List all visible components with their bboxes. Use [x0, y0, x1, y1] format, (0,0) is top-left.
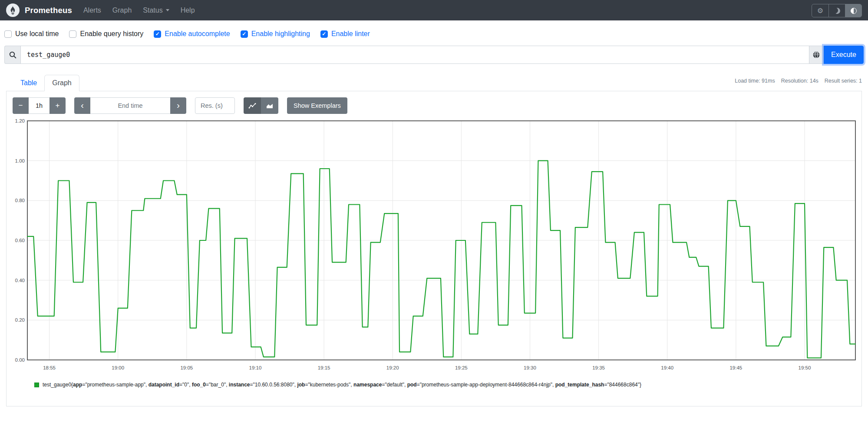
option-label: Enable linter — [331, 30, 370, 38]
search-icon — [4, 46, 20, 64]
theme-toggle-group: ⚙ — [812, 4, 862, 17]
svg-text:19:20: 19:20 — [386, 365, 399, 370]
svg-text:1.00: 1.00 — [15, 158, 25, 163]
series-label-text: test_gauge0{app="prometheus-sample-app",… — [43, 382, 641, 388]
time-series-chart[interactable]: 0.000.200.400.600.801.001.2018:5519:0019… — [13, 118, 862, 377]
checkbox-checked-icon[interactable]: ✓ — [320, 30, 328, 38]
time-forward-button[interactable]: › — [170, 97, 186, 114]
app-title: Prometheus — [25, 6, 72, 15]
svg-text:1.20: 1.20 — [15, 118, 25, 123]
range-decrease-button[interactable]: − — [13, 97, 29, 114]
chevron-down-icon — [166, 9, 169, 11]
endtime-control-group: ‹ › — [74, 97, 186, 114]
option-label: Enable highlighting — [251, 30, 310, 38]
graph-controls: − + ‹ › Show Exemplars — [13, 97, 855, 114]
settings-gear-icon[interactable]: ⚙ — [812, 4, 828, 17]
chart-type-toggle — [244, 97, 278, 114]
execute-button[interactable]: Execute — [824, 46, 864, 64]
metrics-explorer-globe-icon[interactable] — [809, 46, 824, 64]
range-control-group: − + — [13, 97, 66, 114]
checkbox-unchecked-icon[interactable] — [4, 30, 12, 38]
nav-item-alerts[interactable]: Alerts — [83, 7, 101, 14]
svg-text:0.60: 0.60 — [15, 238, 25, 243]
series-legend[interactable]: test_gauge0{app="prometheus-sample-app",… — [13, 382, 855, 388]
query-options-row: Use local timeEnable query history✓Enabl… — [0, 20, 868, 40]
svg-text:18:55: 18:55 — [43, 365, 56, 370]
svg-text:19:35: 19:35 — [592, 365, 605, 370]
dark-theme-moon-icon[interactable] — [828, 4, 845, 17]
query-expression-input[interactable] — [20, 46, 809, 64]
line-chart-icon[interactable] — [244, 97, 261, 114]
nav-item-status[interactable]: Status — [143, 7, 169, 14]
option-label: Enable autocomplete — [165, 30, 230, 38]
show-exemplars-button[interactable]: Show Exemplars — [287, 97, 347, 114]
svg-text:19:15: 19:15 — [318, 365, 330, 370]
navbar-menu: AlertsGraphStatusHelp — [83, 7, 195, 14]
svg-text:0.00: 0.00 — [15, 357, 25, 363]
option-enable-autocomplete[interactable]: ✓Enable autocomplete — [154, 30, 230, 38]
graph-panel: − + ‹ › Show Exemplars — [6, 91, 862, 406]
option-enable-query-history[interactable]: Enable query history — [69, 30, 143, 38]
option-enable-highlighting[interactable]: ✓Enable highlighting — [241, 30, 310, 38]
checkbox-checked-icon[interactable]: ✓ — [241, 30, 248, 38]
stat-load-time: Load time: 91ms — [735, 78, 775, 84]
top-navbar: Prometheus AlertsGraphStatusHelp ⚙ — [0, 0, 868, 20]
resolution-input[interactable] — [195, 97, 235, 114]
option-enable-linter[interactable]: ✓Enable linter — [320, 30, 370, 38]
svg-text:19:10: 19:10 — [249, 365, 262, 370]
stat-resolution: Resolution: 14s — [781, 78, 818, 84]
range-input[interactable] — [29, 97, 50, 114]
svg-text:19:05: 19:05 — [180, 365, 193, 370]
query-input-group: Execute — [4, 46, 864, 64]
chart-area: 0.000.200.400.600.801.001.2018:5519:0019… — [13, 118, 855, 379]
svg-text:0.20: 0.20 — [15, 317, 25, 323]
option-label: Enable query history — [80, 30, 143, 38]
svg-text:0.40: 0.40 — [15, 278, 25, 283]
end-time-input[interactable] — [90, 97, 170, 114]
nav-item-graph[interactable]: Graph — [112, 7, 132, 14]
prometheus-logo-icon — [6, 3, 20, 17]
svg-text:19:25: 19:25 — [455, 365, 468, 370]
svg-text:19:45: 19:45 — [729, 365, 742, 370]
svg-text:19:30: 19:30 — [524, 365, 536, 370]
option-label: Use local time — [15, 30, 59, 38]
checkbox-unchecked-icon[interactable] — [69, 30, 76, 38]
svg-text:19:40: 19:40 — [661, 365, 673, 370]
svg-text:19:50: 19:50 — [799, 365, 811, 370]
time-back-button[interactable]: ‹ — [74, 97, 90, 114]
svg-text:19:00: 19:00 — [112, 365, 124, 370]
series-color-swatch — [34, 383, 39, 387]
option-use-local-time[interactable]: Use local time — [4, 30, 59, 38]
range-increase-button[interactable]: + — [50, 97, 66, 114]
tab-graph[interactable]: Graph — [44, 75, 79, 91]
stacked-chart-icon[interactable] — [261, 97, 278, 114]
tab-table[interactable]: Table — [13, 75, 44, 91]
result-tabbar: Table Graph Load time: 91ms Resolution: … — [6, 73, 862, 91]
svg-text:0.80: 0.80 — [15, 198, 25, 203]
checkbox-checked-icon[interactable]: ✓ — [154, 30, 161, 38]
auto-theme-contrast-icon[interactable] — [845, 4, 861, 17]
query-stats: Load time: 91ms Resolution: 14s Result s… — [735, 78, 862, 91]
nav-item-help[interactable]: Help — [181, 7, 195, 14]
stat-result-series: Result series: 1 — [825, 78, 862, 84]
